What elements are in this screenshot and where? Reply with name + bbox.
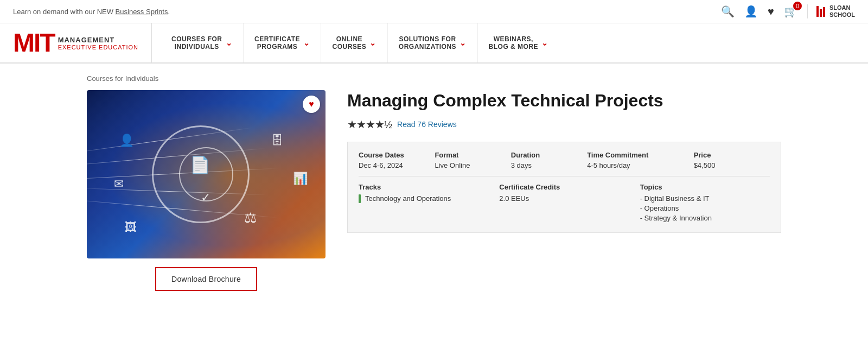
header: MIT MANAGEMENT EXECUTIVE EDUCATION COURS… — [0, 23, 868, 64]
person-icon: 👤 — [119, 134, 134, 148]
mit-logo: MIT — [13, 30, 55, 56]
tracks-section: Tracks Technology and Operations — [359, 183, 488, 203]
user-icon[interactable]: 👤 — [744, 5, 758, 18]
document-icon: 📄 — [190, 155, 210, 174]
col-header-commitment: Time Commitment — [587, 151, 694, 159]
management-text: MANAGEMENT — [58, 36, 138, 44]
credits-value: 2.0 EEUs — [499, 194, 629, 203]
nav-label-online: ONLINECOURSES — [332, 35, 366, 50]
course-right: Managing Complex Technical Projects ★★★★… — [347, 90, 781, 243]
col-value-duration: 3 days — [511, 161, 587, 169]
track-bar-icon — [359, 194, 361, 203]
course-image-canvas: 👤 ✉ 🖼 📄 ✓ ⚖ 🗄 📊 — [87, 90, 326, 258]
review-link[interactable]: Read 76 Reviews — [397, 120, 457, 129]
chevron-down-icon: ⌄ — [226, 39, 233, 47]
main-content: Courses for Individuals — [54, 64, 814, 313]
nav-courses-individuals[interactable]: COURSES FORINDIVIDUALS ⌄ — [161, 23, 244, 62]
credits-label: Certificate Credits — [499, 183, 629, 191]
checkmark-icon: ✓ — [201, 191, 210, 205]
rating-row: ★★★★½ Read 76 Reviews — [347, 118, 781, 131]
sloan-text: SLOAN SCHOOL — [829, 4, 855, 18]
cart-badge: 0 — [793, 2, 802, 10]
col-value-commitment: 4-5 hours/day — [587, 161, 694, 169]
announcement-bar: Learn on demand with our NEW Business Sp… — [0, 0, 868, 23]
heart-icon[interactable]: ♥ — [768, 5, 774, 18]
col-header-price: Price — [694, 151, 770, 159]
chevron-down-icon: ⌄ — [459, 39, 467, 47]
topic-item-3: - Strategy & Innovation — [640, 214, 770, 222]
mail-icon: ✉ — [114, 177, 124, 191]
track-text: Technology and Operations — [365, 194, 451, 203]
col-price: Price $4,500 — [694, 151, 770, 169]
cart-icon[interactable]: 🛒 0 — [784, 5, 797, 18]
chevron-down-icon: ⌄ — [369, 39, 376, 47]
top-icons: 🔍 👤 ♥ 🛒 0 SLOAN SCHOOL — [721, 4, 855, 18]
table-divider — [359, 176, 770, 176]
chevron-down-icon: ⌄ — [303, 39, 310, 47]
col-commitment: Time Commitment 4-5 hours/day — [587, 151, 694, 169]
chevron-down-icon: ⌄ — [541, 39, 548, 47]
col-duration: Duration 3 days — [511, 151, 587, 169]
tracks-label: Tracks — [359, 183, 488, 191]
nav-certificate-programs[interactable]: CERTIFICATEPROGRAMS ⌄ — [244, 23, 321, 62]
col-value-format: Live Online — [435, 161, 510, 169]
logo-subtitle: MANAGEMENT EXECUTIVE EDUCATION — [58, 36, 138, 50]
nav-webinars[interactable]: WEBINARS,BLOG & MORE ⌄ — [478, 23, 559, 62]
credits-section: Certificate Credits 2.0 EEUs — [499, 183, 629, 203]
col-value-dates: Dec 4-6, 2024 — [359, 161, 435, 169]
col-format: Format Live Online — [435, 151, 510, 169]
col-header-duration: Duration — [511, 151, 587, 159]
nav-label-solutions: SOLUTIONS FORORGANIZATIONS — [399, 35, 456, 50]
course-title: Managing Complex Technical Projects — [347, 90, 781, 111]
col-header-dates: Course Dates — [359, 151, 435, 159]
mit-bars-icon — [816, 6, 825, 17]
course-table: Course Dates Dec 4-6, 2024 Format Live O… — [347, 142, 781, 233]
scale-icon: ⚖ — [244, 210, 257, 226]
rating-stars: ★★★★½ — [347, 118, 392, 131]
topic-item-1: - Digital Business & IT — [640, 194, 770, 203]
announcement-text: Learn on demand with our NEW Business Sp… — [13, 8, 170, 16]
nav-label-courses-individuals: COURSES FORINDIVIDUALS — [171, 35, 222, 50]
course-layout: 👤 ✉ 🖼 📄 ✓ ⚖ 🗄 📊 ♥ Download Brochure Mana… — [87, 90, 781, 291]
table-header-row: Course Dates Dec 4-6, 2024 Format Live O… — [359, 151, 770, 169]
lower-info: Tracks Technology and Operations Certifi… — [359, 183, 770, 224]
executive-text: EXECUTIVE EDUCATION — [58, 44, 138, 50]
mit-sloan-logo: SLOAN SCHOOL — [807, 4, 855, 18]
business-sprints-link[interactable]: Business Sprints — [116, 8, 168, 16]
nav-solutions-organizations[interactable]: SOLUTIONS FORORGANIZATIONS ⌄ — [388, 23, 478, 62]
photo-icon: 🖼 — [125, 220, 137, 235]
database-icon: 🗄 — [271, 134, 283, 148]
col-header-format: Format — [435, 151, 510, 159]
nav-label-webinars: WEBINARS,BLOG & MORE — [489, 35, 539, 50]
chart-icon: 📊 — [293, 172, 308, 186]
search-icon[interactable]: 🔍 — [721, 5, 735, 18]
breadcrumb: Courses for Individuals — [87, 74, 781, 83]
track-badge: Technology and Operations — [359, 194, 488, 203]
topics-label: Topics — [640, 183, 770, 191]
download-brochure-button[interactable]: Download Brochure — [155, 267, 257, 291]
nav-label-certificate: CERTIFICATEPROGRAMS — [254, 35, 300, 50]
nav-online-courses[interactable]: ONLINECOURSES ⌄ — [321, 23, 387, 62]
topics-section: Topics - Digital Business & IT - Operati… — [640, 183, 770, 224]
course-left: 👤 ✉ 🖼 📄 ✓ ⚖ 🗄 📊 ♥ Download Brochure — [87, 90, 326, 291]
course-image: 👤 ✉ 🖼 📄 ✓ ⚖ 🗄 📊 ♥ — [87, 90, 326, 258]
col-dates: Course Dates Dec 4-6, 2024 — [359, 151, 435, 169]
logo-area: MIT MANAGEMENT EXECUTIVE EDUCATION — [0, 23, 152, 62]
topic-item-2: - Operations — [640, 204, 770, 212]
main-nav: COURSES FORINDIVIDUALS ⌄ CERTIFICATEPROG… — [152, 23, 868, 62]
col-value-price: $4,500 — [694, 161, 770, 169]
